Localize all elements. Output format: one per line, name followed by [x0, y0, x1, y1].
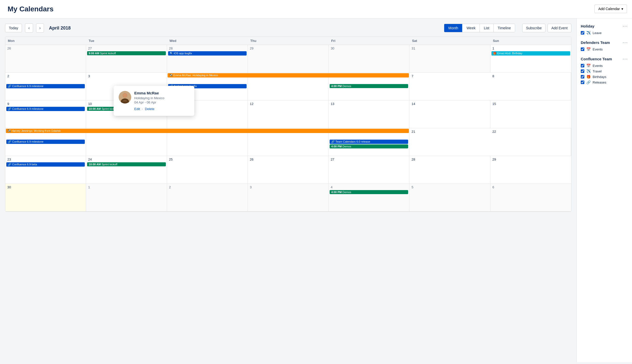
conf-travel-icon: ✈️: [586, 69, 591, 73]
event-popup: Emma McRae Holidaying in Mexico 04 Apr -…: [114, 86, 194, 116]
view-month-button[interactable]: Month: [444, 24, 462, 32]
sidebar-checkbox-defenders-events[interactable]: [581, 47, 584, 51]
sidebar-defenders-title: Defenders Team: [581, 40, 610, 45]
cal-day-mar31[interactable]: 31: [409, 45, 490, 73]
prev-button[interactable]: ‹: [25, 23, 33, 33]
sidebar-checkbox-conf-events[interactable]: [581, 64, 584, 67]
cal-day-may5[interactable]: 5: [409, 184, 490, 212]
cal-day-may4[interactable]: 4 4:00 PM Demos: [329, 184, 409, 212]
cal-day-apr30[interactable]: 30: [5, 184, 86, 212]
cal-day-apr28[interactable]: 28: [409, 156, 490, 184]
popup-date-detail: 04 Apr - 06 Apr: [134, 100, 164, 104]
cal-day-apr26[interactable]: 26: [248, 156, 329, 184]
event-sprint-kickoff-3[interactable]: 10:00 AM Sprint kickoff: [87, 162, 166, 166]
cal-day-apr25[interactable]: 25: [167, 156, 248, 184]
month-year-label: April 2018: [49, 25, 71, 31]
cal-day-mar27[interactable]: 27 9:00 AM Sprint kickoff: [86, 45, 167, 73]
sidebar-checkbox-leave[interactable]: [581, 31, 584, 35]
sidebar-checkbox-conf-birthdays[interactable]: [581, 75, 584, 79]
multiday-emma-bar: ✈️ Emma McRae: Holidaying in Mexico: [167, 73, 410, 78]
conf-releases-icon: 🔗: [586, 80, 591, 84]
sidebar-holiday-title: Holiday: [581, 24, 594, 28]
event-emma-holidaying[interactable]: ✈️ Emma McRae: Holidaying in Mexico: [168, 73, 409, 77]
view-switcher: Month Week List Timeline: [444, 24, 515, 32]
cal-day-mar30[interactable]: 30: [329, 45, 409, 73]
calendar-grid: Mon Tue Wed Thu Fri Sat Sun 26 27 9:00 A…: [5, 37, 571, 212]
event-conf-milestone-2[interactable]: 🔗 Confluence 6.9 milestone: [6, 107, 85, 111]
next-button[interactable]: ›: [36, 23, 44, 33]
conf-events-icon: 📅: [586, 64, 591, 68]
popup-delete-link[interactable]: Delete: [145, 107, 154, 111]
app-header: My Calendars: [0, 0, 632, 18]
view-timeline-button[interactable]: Timeline: [494, 24, 515, 32]
cal-day-apr2[interactable]: 2 🔗 Confluence 6.9 milestone: [5, 73, 86, 100]
sidebar-defenders-more[interactable]: ···: [623, 40, 628, 45]
cal-day-apr21[interactable]: 21: [409, 128, 490, 156]
popup-info: Emma McRae Holidaying in Mexico 04 Apr -…: [134, 91, 164, 111]
sidebar-section-confluence: Confluence Team ··· 📅 Events ✈️ Travel 🎁…: [581, 56, 628, 84]
right-toolbar: Subscribe Add Event: [522, 24, 571, 32]
cal-day-mar29[interactable]: 29: [248, 45, 329, 73]
event-demos-may4[interactable]: 4:00 PM Demos: [330, 190, 408, 194]
view-list-button[interactable]: List: [480, 24, 494, 32]
subscribe-button[interactable]: Subscribe: [522, 24, 545, 32]
popup-avatar: [119, 91, 131, 103]
sidebar-label-leave: Leave: [593, 31, 601, 35]
day-header-sun: Sun: [490, 37, 571, 45]
sidebar-holiday-more[interactable]: ···: [623, 23, 628, 29]
cal-day-apr13[interactable]: 13: [329, 100, 409, 128]
week-row-4: ✈️ Harvey Jennings: Working from Gdańsk …: [5, 128, 571, 156]
popup-person: Emma McRae Holidaying in Mexico 04 Apr -…: [119, 91, 189, 111]
day-header-fri: Fri: [329, 37, 409, 45]
cal-day-may3[interactable]: 3: [248, 184, 329, 212]
event-emad-birthday[interactable]: 🎁 Emad Abdi: Birthday: [491, 51, 570, 56]
cal-day-apr9[interactable]: 9 🔗 Confluence 6.9 milestone: [5, 100, 86, 128]
sidebar: Holiday ··· ✈️ Leave Defenders Team ··· …: [576, 18, 632, 362]
popup-actions: Edit · Delete: [134, 107, 164, 111]
add-calendar-label: Add Calendar: [598, 7, 620, 11]
event-conf-beta[interactable]: 🔗 Confluence 6.9 beta: [6, 162, 85, 167]
cal-day-may1[interactable]: 1: [86, 184, 167, 212]
event-sprint-kickoff-1[interactable]: 9:00 AM Sprint kickoff: [87, 51, 166, 55]
week-row-6: 30 1 2 3 4 4:00 PM Demos 5 6: [5, 184, 571, 212]
week-row-1: 26 27 9:00 AM Sprint kickoff 28 🔍 iOS ap…: [5, 45, 571, 73]
cal-day-apr8[interactable]: 8: [490, 73, 571, 100]
cal-day-apr15[interactable]: 15: [490, 100, 571, 128]
event-conf-milestone-3[interactable]: 🔗 Confluence 6.9 milestone: [6, 140, 85, 144]
popup-person-name: Emma McRae: [134, 91, 164, 95]
cal-day-apr14[interactable]: 14: [409, 100, 490, 128]
event-ios-bugfix[interactable]: 🔍 iOS app bugfix: [168, 51, 247, 56]
view-week-button[interactable]: Week: [462, 24, 480, 32]
sidebar-checkbox-conf-travel[interactable]: [581, 69, 584, 73]
add-event-button[interactable]: Add Event: [547, 24, 571, 32]
cal-day-apr7[interactable]: 7: [409, 73, 490, 100]
sidebar-confluence-more[interactable]: ···: [623, 56, 628, 62]
page-title: My Calendars: [8, 5, 624, 13]
cal-day-apr22[interactable]: 22: [490, 128, 571, 156]
event-conf-milestone-1[interactable]: 🔗 Confluence 6.9 milestone: [6, 84, 85, 88]
cal-day-mar28[interactable]: 28 🔍 iOS app bugfix: [167, 45, 248, 73]
popup-edit-link[interactable]: Edit: [134, 107, 140, 111]
today-button[interactable]: Today: [5, 24, 22, 32]
cal-day-may2[interactable]: 2: [167, 184, 248, 212]
cal-day-apr24[interactable]: 24 10:00 AM Sprint kickoff: [86, 156, 167, 184]
sidebar-checkbox-conf-releases[interactable]: [581, 81, 584, 84]
event-team-calendars-release[interactable]: 🔗 Team Calendars 6.0 release: [330, 140, 408, 144]
event-demos-apr20[interactable]: 4:00 PM Demos: [330, 144, 408, 148]
cal-day-apr29[interactable]: 29: [490, 156, 571, 184]
cal-day-apr27[interactable]: 27: [329, 156, 409, 184]
sidebar-section-confluence-header: Confluence Team ···: [581, 56, 628, 62]
add-calendar-button[interactable]: Add Calendar ▾: [594, 5, 627, 13]
cal-day-apr1[interactable]: 1 🎁 Emad Abdi: Birthday: [490, 45, 571, 73]
cal-day-may6[interactable]: 6: [490, 184, 571, 212]
day-header-thu: Thu: [248, 37, 329, 45]
calendar-toolbar: Today ‹ › April 2018 Month Week List Tim…: [5, 23, 571, 33]
event-harvey-working[interactable]: ✈️ Harvey Jennings: Working from Gdańsk: [6, 129, 409, 133]
cal-day-mar26[interactable]: 26: [5, 45, 86, 73]
multiday-harvey-bar: ✈️ Harvey Jennings: Working from Gdańsk: [5, 128, 409, 134]
cal-day-apr23[interactable]: 23 🔗 Confluence 6.9 beta: [5, 156, 86, 184]
cal-day-apr12[interactable]: 12: [248, 100, 329, 128]
dropdown-arrow-icon: ▾: [621, 7, 623, 11]
sidebar-item-conf-birthdays: 🎁 Birthdays: [581, 75, 628, 79]
event-demos-apr6[interactable]: 4:00 PM Demos: [330, 84, 408, 88]
